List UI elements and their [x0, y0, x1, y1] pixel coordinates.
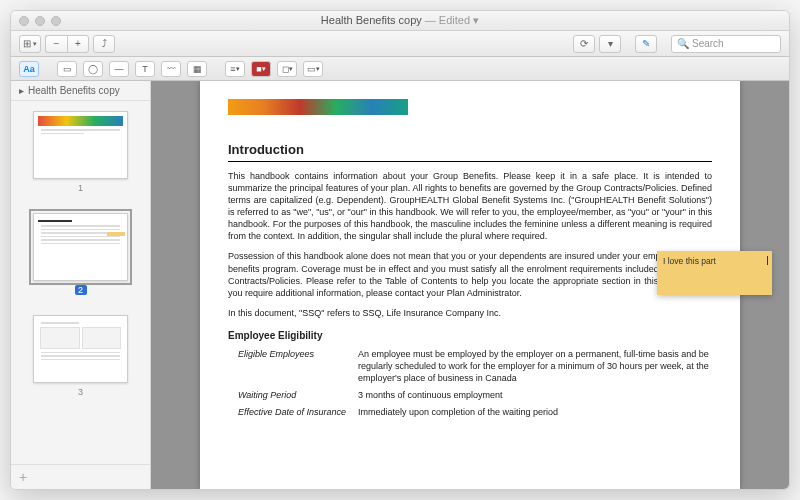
row-value: Immediately upon completion of the waiti… — [358, 406, 712, 418]
row-value: An employee must be employed by the empl… — [358, 348, 712, 384]
page-thumbnail[interactable]: 3 — [11, 305, 150, 407]
zoom-out-button[interactable]: − — [45, 35, 67, 53]
preview-window: Health Benefits copy — Edited ▾ ⊞▾ − + ⤴… — [10, 10, 790, 490]
row-label: Eligible Employees — [228, 348, 358, 384]
search-icon: 🔍 — [677, 38, 689, 49]
body-text: In this document, "SSQ" refers to SSQ, L… — [228, 307, 712, 319]
stroke-weight-button[interactable]: ≡▾ — [225, 61, 245, 77]
markup-toolbar: Aa ▭ ◯ — T 〰 ▦ ≡▾ ■▾ ◻▾ ▭▾ — [11, 57, 789, 81]
add-page-button[interactable]: + — [11, 464, 150, 489]
table-row: Waiting Period 3 months of continuous em… — [228, 389, 712, 401]
circle-tool[interactable]: ◯ — [83, 61, 103, 77]
disclosure-icon: ▸ — [19, 85, 24, 96]
section-heading: Employee Eligibility — [228, 329, 712, 343]
text-style-button[interactable]: Aa — [19, 61, 39, 77]
window-title: Health Benefits copy — Edited ▾ — [11, 14, 789, 27]
fill-color-button[interactable]: ■▾ — [251, 61, 271, 77]
main-toolbar: ⊞▾ − + ⤴ ⟳ ▾ ✎ 🔍 Search — [11, 31, 789, 57]
annotation-note[interactable]: I love this part — [657, 251, 772, 295]
markup-toolbar-button[interactable]: ✎ — [635, 35, 657, 53]
share-button[interactable]: ⤴ — [93, 35, 115, 53]
document-page: Introduction This handbook contains info… — [200, 81, 740, 489]
body-text: This handbook contains information about… — [228, 170, 712, 243]
note-tool[interactable]: ▦ — [187, 61, 207, 77]
page-thumbnail[interactable]: 2 — [11, 203, 150, 305]
line-tool[interactable]: — — [109, 61, 129, 77]
sidebar-header[interactable]: ▸ Health Benefits copy — [11, 81, 150, 101]
text-tool[interactable]: T — [135, 61, 155, 77]
table-row: Effective Date of Insurance Immediately … — [228, 406, 712, 418]
rotate-button[interactable]: ⟳ — [573, 35, 595, 53]
shape-style-button[interactable]: ▭▾ — [303, 61, 323, 77]
page-thumbnail[interactable]: 1 — [11, 101, 150, 203]
thumbnail-sidebar: ▸ Health Benefits copy 1 2 — [11, 81, 151, 489]
row-label: Waiting Period — [228, 389, 358, 401]
page-heading: Introduction — [228, 141, 712, 162]
header-image — [228, 99, 408, 115]
search-input[interactable]: 🔍 Search — [671, 35, 781, 53]
sign-tool[interactable]: 〰 — [161, 61, 181, 77]
row-label: Effective Date of Insurance — [228, 406, 358, 418]
table-row: Eligible Employees An employee must be e… — [228, 348, 712, 384]
stroke-color-button[interactable]: ◻▾ — [277, 61, 297, 77]
row-value: 3 months of continuous employment — [358, 389, 712, 401]
view-mode-button[interactable]: ⊞▾ — [19, 35, 41, 53]
document-viewport[interactable]: Introduction This handbook contains info… — [151, 81, 789, 489]
annotate-button[interactable]: ▾ — [599, 35, 621, 53]
zoom-in-button[interactable]: + — [67, 35, 89, 53]
titlebar: Health Benefits copy — Edited ▾ — [11, 11, 789, 31]
rect-tool[interactable]: ▭ — [57, 61, 77, 77]
body-text: Possession of this handbook alone does n… — [228, 250, 712, 299]
